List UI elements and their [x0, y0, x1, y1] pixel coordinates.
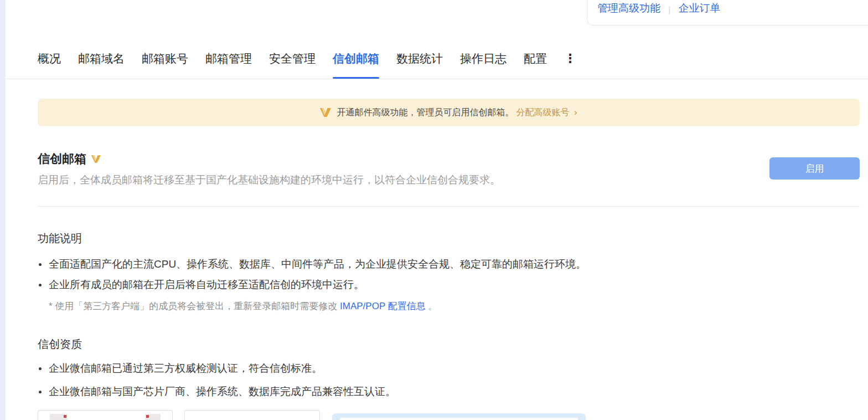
premium-notice-banner: 开通邮件高级功能，管理员可启用信创邮箱。 分配高级账号 ›	[38, 99, 860, 126]
tab-mail-account[interactable]: 邮箱账号	[142, 51, 188, 79]
certificate-thumbnail	[145, 414, 161, 420]
qualifications-heading: 信创资质	[38, 337, 82, 352]
qualification-bullet-2-text: 企业微信邮箱与国产芯片厂商、操作系统、数据库完成产品兼容性互认证。	[49, 385, 396, 399]
features-heading: 功能说明	[38, 231, 82, 246]
tab-security-management[interactable]: 安全管理	[269, 51, 316, 79]
bullet-dot	[39, 367, 42, 370]
tab-configuration[interactable]: 配置	[524, 51, 547, 79]
tab-bar-divider	[6, 79, 868, 79]
quick-links-card: 管理高级功能 | 企业订单	[587, 0, 868, 25]
seal-mark	[146, 415, 149, 418]
tab-mail-domain[interactable]: 邮箱域名	[78, 51, 125, 79]
page-left-gutter	[0, 0, 6, 420]
imap-pop-config-link[interactable]: IMAP/POP 配置信息	[340, 301, 426, 311]
tab-mail-management[interactable]: 邮箱管理	[205, 51, 252, 79]
note-suffix: 。	[426, 301, 438, 311]
third-party-client-note: * 使用「第三方客户端」的成员将会被登出，重新登录邮箱时需要修改 IMAP/PO…	[49, 300, 437, 313]
enterprise-orders-link[interactable]: 企业订单	[678, 1, 720, 16]
qualification-bullet-1-text: 企业微信邮箱已通过第三方权威检测认证，符合信创标准。	[49, 361, 322, 376]
note-prefix: * 使用「第三方客户端」的成员将会被登出，重新登录邮箱时需要修改	[49, 301, 340, 311]
certificate-card-3	[332, 413, 586, 420]
quick-links-separator: |	[668, 4, 670, 16]
tab-xinchuang-mail-label: 信创邮箱	[333, 52, 379, 65]
enable-button[interactable]: 启用	[769, 157, 860, 180]
page-title-text: 信创邮箱	[38, 151, 86, 167]
feature-bullet-1: 全面适配国产化的主流CPU、操作系统、数据库、中间件等产品，为企业提供安全合规、…	[39, 257, 586, 272]
feature-bullet-2: 企业所有成员的邮箱在开启后将自动迁移至适配信创的环境中运行。	[39, 278, 364, 292]
tab-data-statistics[interactable]: 数据统计	[396, 51, 443, 79]
seal-mark	[64, 415, 66, 418]
qualification-bullet-2: 企业微信邮箱与国产芯片厂商、操作系统、数据库完成产品兼容性互认证。	[39, 385, 396, 399]
assign-premium-account-label: 分配高级账号	[516, 107, 569, 117]
bullet-dot	[39, 263, 42, 266]
banner-text: 开通邮件高级功能，管理员可启用信创邮箱。	[337, 107, 514, 119]
vip-v-icon	[320, 108, 331, 117]
certificate-thumbnail	[50, 414, 68, 420]
chevron-right-icon: ›	[574, 107, 577, 117]
feature-bullet-2-text: 企业所有成员的邮箱在开启后将自动迁移至适配信创的环境中运行。	[49, 278, 364, 292]
manage-premium-features-link[interactable]: 管理高级功能	[597, 1, 660, 16]
tab-operation-log[interactable]: 操作日志	[460, 51, 507, 79]
bullet-dot	[39, 284, 42, 286]
certificate-inner-panel	[340, 418, 578, 420]
page-description: 启用后，全体成员邮箱将迁移至基于国产化基础设施构建的环境中运行，以符合企业信创合…	[38, 173, 500, 187]
qualification-bullet-1: 企业微信邮箱已通过第三方权威检测认证，符合信创标准。	[39, 361, 322, 376]
tab-overview[interactable]: 概况	[38, 51, 61, 79]
vip-badge-icon	[91, 155, 101, 163]
header-section-divider	[38, 206, 860, 207]
mail-admin-tab-bar: 概况 邮箱域名 邮箱账号 邮箱管理 安全管理 信创邮箱 数据统计 操作日志 配置…	[38, 51, 576, 79]
assign-premium-account-link[interactable]: 分配高级账号 ›	[516, 107, 577, 119]
certificate-card-1	[38, 410, 173, 420]
feature-bullet-1-text: 全面适配国产化的主流CPU、操作系统、数据库、中间件等产品，为企业提供安全合规、…	[49, 257, 586, 272]
tab-xinchuang-mail[interactable]: 信创邮箱	[333, 51, 379, 79]
bullet-dot	[39, 391, 42, 393]
certificate-card-2	[184, 410, 320, 420]
more-tabs-icon[interactable]: ⋮	[564, 51, 576, 79]
page-title: 信创邮箱	[38, 151, 101, 167]
